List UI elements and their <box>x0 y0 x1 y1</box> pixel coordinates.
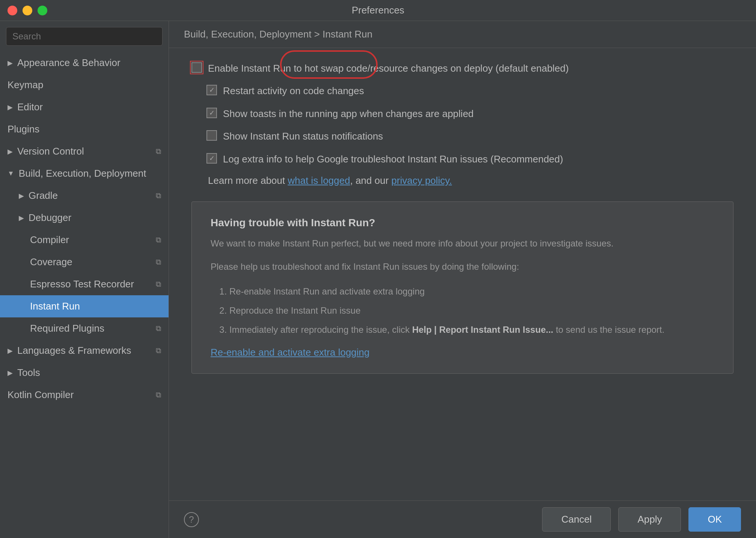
learn-more-row: Learn more about what is logged, and our… <box>191 175 733 186</box>
sidebar-item-coverage[interactable]: Coverage ⧉ <box>0 251 169 273</box>
option-text-log-extra: Log extra info to help Google troublesho… <box>223 152 563 166</box>
sidebar-item-appearance[interactable]: ▶ Appearance & Behavior <box>0 52 169 74</box>
preferences-window: Preferences ▶ Appearance & Behavior Keym… <box>0 0 756 538</box>
option-text-restart-activity: Restart activity on code changes <box>223 84 364 98</box>
option-show-toasts: Show toasts in the running app when chan… <box>191 107 733 120</box>
traffic-lights <box>8 6 47 15</box>
panel-content: Enable Instant Run to hot swap code/reso… <box>169 48 756 500</box>
sidebar-item-label: Gradle <box>29 190 58 201</box>
sidebar-item-label: Instant Run <box>30 301 80 312</box>
sidebar-item-required-plugins[interactable]: Required Plugins ⧉ <box>0 317 169 340</box>
sidebar: ▶ Appearance & Behavior Keymap ▶ Editor … <box>0 21 169 538</box>
checkbox-log-extra[interactable] <box>206 153 217 164</box>
sidebar-item-label: Plugins <box>8 123 39 135</box>
bottom-bar: ? Cancel Apply OK <box>169 500 756 538</box>
sidebar-item-kotlin[interactable]: Kotlin Compiler ⧉ <box>0 384 169 406</box>
sidebar-item-label: Required Plugins <box>30 323 104 334</box>
trouble-desc1: We want to make Instant Run perfect, but… <box>211 236 714 251</box>
privacy-policy-link[interactable]: privacy policy. <box>392 175 452 186</box>
search-input[interactable] <box>6 27 163 46</box>
trouble-title: Having trouble with Instant Run? <box>211 217 714 229</box>
ok-button[interactable]: OK <box>688 507 741 532</box>
option-log-extra: Log extra info to help Google troublesho… <box>191 152 733 166</box>
sidebar-item-label: Coverage <box>30 256 72 268</box>
copy-icon: ⧉ <box>156 346 161 355</box>
expand-icon: ▶ <box>19 214 24 222</box>
sidebar-item-label: Kotlin Compiler <box>8 389 74 401</box>
copy-icon: ⧉ <box>156 147 161 156</box>
option-enable-instant-run: Enable Instant Run to hot swap code/reso… <box>191 62 733 75</box>
expand-icon: ▶ <box>8 103 13 111</box>
sidebar-item-label: Editor <box>17 101 43 113</box>
option-text-enable-instant-run: Enable Instant Run to hot swap code/reso… <box>208 62 569 75</box>
sidebar-item-label: Tools <box>17 367 40 379</box>
what-is-logged-link[interactable]: what is logged <box>288 175 350 186</box>
sidebar-item-label: Espresso Test Recorder <box>30 278 134 290</box>
sidebar-item-label: Compiler <box>30 234 69 246</box>
trouble-box: Having trouble with Instant Run? We want… <box>191 201 733 374</box>
checkbox-enable-instant-run[interactable] <box>191 62 202 73</box>
copy-icon: ⧉ <box>156 391 161 399</box>
expand-icon: ▼ <box>8 170 14 177</box>
cancel-button[interactable]: Cancel <box>542 507 611 532</box>
checkbox-show-status[interactable] <box>206 130 217 141</box>
reenable-link[interactable]: Re-enable and activate extra logging <box>211 347 370 358</box>
window-title: Preferences <box>352 5 404 16</box>
sidebar-item-instant-run[interactable]: Instant Run <box>0 295 169 317</box>
copy-icon: ⧉ <box>156 236 161 244</box>
trouble-step-3: Immediately after reproducing the issue,… <box>229 322 714 338</box>
expand-icon: ▶ <box>8 147 13 156</box>
breadcrumb: Build, Execution, Deployment > Instant R… <box>169 21 756 48</box>
copy-icon: ⧉ <box>156 324 161 333</box>
sidebar-item-compiler[interactable]: Compiler ⧉ <box>0 229 169 251</box>
checkbox-show-toasts[interactable] <box>206 108 217 118</box>
sidebar-item-keymap[interactable]: Keymap <box>0 74 169 96</box>
sidebar-item-plugins[interactable]: Plugins <box>0 118 169 140</box>
option-text-show-toasts: Show toasts in the running app when chan… <box>223 107 474 120</box>
sidebar-item-debugger[interactable]: ▶ Debugger <box>0 207 169 229</box>
sidebar-item-label: Version Control <box>17 146 84 157</box>
sidebar-item-build[interactable]: ▼ Build, Execution, Deployment <box>0 162 169 185</box>
expand-icon: ▶ <box>19 192 24 200</box>
maximize-button[interactable] <box>38 6 47 15</box>
copy-icon: ⧉ <box>156 280 161 289</box>
sidebar-item-label: Build, Execution, Deployment <box>19 168 146 179</box>
minimize-button[interactable] <box>23 6 32 15</box>
learn-more-prefix: Learn more about <box>208 175 288 186</box>
close-button[interactable] <box>8 6 17 15</box>
copy-icon: ⧉ <box>156 191 161 200</box>
option-restart-activity: Restart activity on code changes <box>191 84 733 98</box>
trouble-steps: Re-enable Instant Run and activate extra… <box>211 283 714 338</box>
sidebar-item-label: Languages & Frameworks <box>17 345 131 356</box>
main-content: ▶ Appearance & Behavior Keymap ▶ Editor … <box>0 21 756 538</box>
trouble-step-1: Re-enable Instant Run and activate extra… <box>229 283 714 299</box>
sidebar-item-label: Appearance & Behavior <box>17 57 120 69</box>
copy-icon: ⧉ <box>156 258 161 266</box>
option-show-status: Show Instant Run status notifications <box>191 129 733 143</box>
sidebar-item-version-control[interactable]: ▶ Version Control ⧉ <box>0 140 169 162</box>
trouble-desc2: Please help us troubleshoot and fix Inst… <box>211 260 714 274</box>
expand-icon: ▶ <box>8 369 13 377</box>
titlebar: Preferences <box>0 0 756 21</box>
sidebar-item-gradle[interactable]: ▶ Gradle ⧉ <box>0 185 169 207</box>
sidebar-item-label: Debugger <box>29 212 71 224</box>
checkbox-restart-activity[interactable] <box>206 85 217 95</box>
button-group: Cancel Apply OK <box>542 507 741 532</box>
sidebar-item-label: Keymap <box>8 79 43 91</box>
sidebar-item-languages[interactable]: ▶ Languages & Frameworks ⧉ <box>0 340 169 362</box>
help-button[interactable]: ? <box>184 512 199 527</box>
sidebar-item-tools[interactable]: ▶ Tools <box>0 362 169 384</box>
apply-button[interactable]: Apply <box>618 507 681 532</box>
sidebar-item-espresso[interactable]: Espresso Test Recorder ⧉ <box>0 273 169 295</box>
expand-icon: ▶ <box>8 59 13 67</box>
right-panel: Build, Execution, Deployment > Instant R… <box>169 21 756 538</box>
expand-icon: ▶ <box>8 347 13 355</box>
trouble-step-2: Reproduce the Instant Run issue <box>229 302 714 319</box>
learn-more-middle: , and our <box>350 175 392 186</box>
option-text-show-status: Show Instant Run status notifications <box>223 129 383 143</box>
sidebar-item-editor[interactable]: ▶ Editor <box>0 96 169 118</box>
